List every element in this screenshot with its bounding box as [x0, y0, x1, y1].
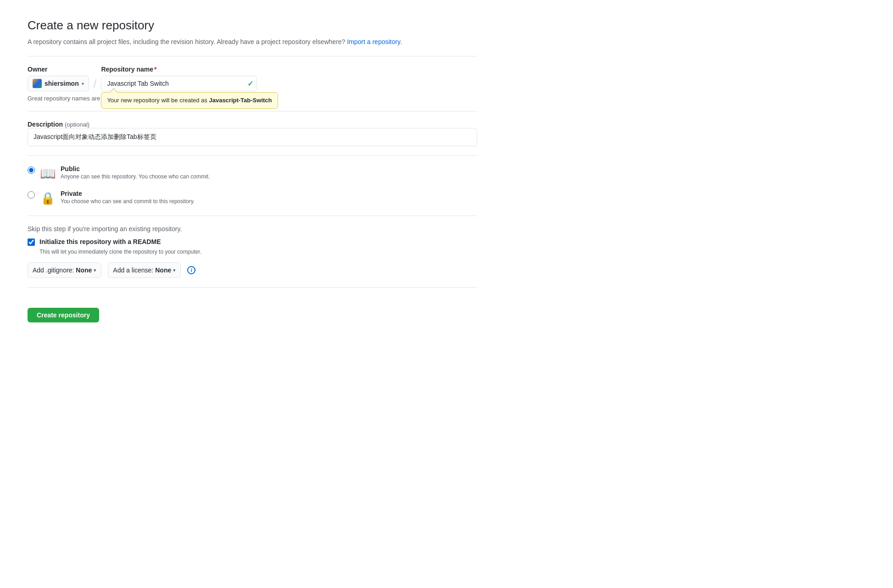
readme-checkbox-row: Initialize this repository with a README	[28, 238, 477, 246]
lock-icon-wrapper: 🔒	[40, 190, 55, 206]
book-icon-wrapper: 📖	[40, 165, 55, 182]
mid-divider-3	[28, 216, 477, 216]
private-option: 🔒 Private You choose who can see and com…	[28, 190, 477, 206]
license-value: None	[155, 266, 171, 274]
owner-repo-section: Owner shiersimon ▾ / Repository name* ✓ …	[28, 66, 477, 102]
page-subtitle: A repository contains all project files,…	[28, 37, 477, 47]
repo-name-input-wrapper: ✓	[101, 76, 257, 91]
public-option: 📖 Public Anyone can see this repository.…	[28, 165, 477, 182]
readme-hint: This will let you immediately clone the …	[39, 249, 477, 255]
public-desc: Anyone can see this repository. You choo…	[61, 173, 210, 180]
license-caret-icon: ▾	[173, 267, 176, 273]
top-divider	[28, 56, 477, 56]
repo-name-input[interactable]	[101, 76, 257, 91]
private-radio[interactable]	[28, 191, 35, 199]
visibility-section: 📖 Public Anyone can see this repository.…	[28, 165, 477, 206]
repo-name-field-group: Repository name* ✓ Your new repository w…	[101, 66, 257, 91]
dropdowns-row: Add .gitignore: None ▾ Add a license: No…	[28, 262, 477, 278]
book-icon: 📖	[40, 166, 56, 181]
check-icon: ✓	[247, 79, 253, 88]
private-desc: You choose who can see and commit to thi…	[61, 198, 195, 205]
gitignore-label: Add .gitignore:	[33, 266, 74, 274]
gitignore-value: None	[76, 266, 92, 274]
mid-divider-1	[28, 111, 477, 111]
owner-field-group: Owner shiersimon ▾	[28, 66, 89, 91]
bottom-divider	[28, 287, 477, 288]
readme-checkbox[interactable]	[28, 239, 35, 246]
repo-name-tooltip-wrapper: ✓ Your new repository will be created as…	[101, 76, 257, 91]
description-label: Description (optional)	[28, 121, 89, 128]
info-icon[interactable]: i	[187, 266, 195, 274]
private-label: Private	[61, 190, 195, 197]
tooltip-box: Your new repository will be created as J…	[101, 92, 278, 109]
init-hint: Skip this step if you're importing an ex…	[28, 225, 477, 233]
description-input[interactable]	[28, 128, 477, 146]
gitignore-dropdown[interactable]: Add .gitignore: None ▾	[28, 262, 101, 278]
readme-label: Initialize this repository with a README	[39, 238, 161, 245]
owner-select[interactable]: shiersimon ▾	[28, 76, 89, 91]
mid-divider-2	[28, 155, 477, 156]
slash-divider: /	[94, 67, 97, 91]
lock-icon: 🔒	[40, 191, 55, 205]
repo-name-label: Repository name*	[101, 66, 257, 73]
public-label: Public	[61, 165, 210, 172]
gitignore-caret-icon: ▾	[94, 267, 96, 273]
public-text: Public Anyone can see this repository. Y…	[61, 165, 210, 180]
description-section: Description (optional)	[28, 121, 477, 146]
page-title: Create a new repository	[28, 18, 477, 33]
public-radio[interactable]	[28, 166, 35, 174]
owner-label: Owner	[28, 66, 89, 73]
init-section: Skip this step if you're importing an ex…	[28, 225, 477, 278]
private-text: Private You choose who can see and commi…	[61, 190, 195, 205]
owner-avatar-icon	[33, 79, 42, 88]
chevron-down-icon: ▾	[82, 81, 84, 86]
create-repository-button[interactable]: Create repository	[28, 308, 99, 322]
owner-name: shiersimon	[45, 80, 79, 87]
license-dropdown[interactable]: Add a license: None ▾	[108, 262, 181, 278]
import-link[interactable]: Import a repository.	[347, 38, 402, 45]
owner-repo-row: Owner shiersimon ▾ / Repository name* ✓ …	[28, 66, 477, 91]
license-label: Add a license:	[113, 266, 153, 274]
